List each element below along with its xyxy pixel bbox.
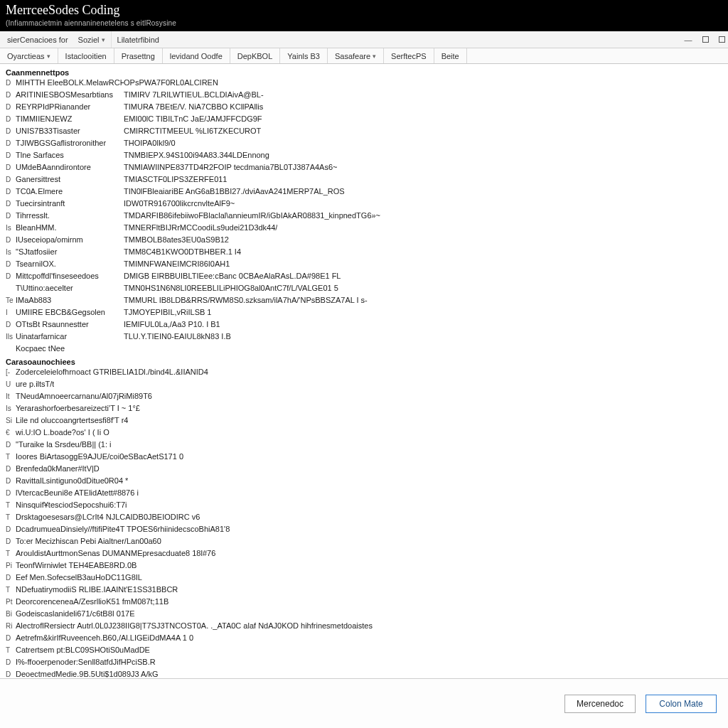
param-name: MIHTTH EleeBOLK.MelawRCH (16, 78, 124, 87)
minimize-icon[interactable]: — (684, 36, 692, 44)
toolbar-item-2[interactable]: Lilatetrfibind (111, 31, 165, 48)
row-icon: D (6, 151, 16, 159)
param-row[interactable]: IsBleanHMM.TMNERFltBIJRrMCCoodiLs9udei21… (6, 223, 722, 235)
row-icon: D (6, 212, 16, 220)
component-name: Aetrefm&kirIfRuveenceh.B60,/Al.LIGEiDdMA… (16, 633, 193, 642)
param-value: TMDARFIB86ifebiiwoFBlaclal\annieumIR/iGb… (124, 211, 380, 220)
param-row[interactable]: DUNIS7B33TisasterCMIRRCTITMEEUL %LI6TZKE… (6, 127, 722, 139)
param-name: TC0A.Elmere (16, 187, 124, 196)
component-row[interactable]: DBrenfeda0kManer#ItV|D (6, 464, 722, 476)
row-icon: Is (6, 405, 16, 412)
close-icon[interactable] (719, 36, 725, 43)
row-icon: T (6, 501, 16, 509)
component-name: TeonfWirniwlet TEH4EABE8RD.0B (16, 561, 136, 569)
tab-1[interactable]: Istaclooitien (58, 48, 114, 63)
param-value: TJMOYEPIBIL,vRiILSB 1 (124, 308, 211, 316)
param-name: Tlne Sarfaces (16, 151, 124, 159)
tab-8[interactable]: Beite (434, 48, 467, 63)
row-icon: T (6, 550, 16, 557)
component-name: ure p.iltsT/t (16, 380, 54, 388)
param-value: TLU.Y.TIEIN0-EAIUL8kN83 I.B (124, 332, 231, 341)
component-row[interactable]: SiLile nd oluccoangrtertsesfi8f'T r4 (6, 416, 722, 428)
tab-label: Beite (441, 52, 459, 60)
component-name: Ioores BiArtasoggE9AJUE/coi0eSBacAetS171… (16, 452, 183, 461)
param-row[interactable]: DTlne SarfacesTNMBIEPX.94S100i94A83.344L… (6, 151, 722, 163)
row-icon: Pt (6, 598, 16, 606)
maximize-icon[interactable] (702, 36, 709, 43)
tab-5[interactable]: Yainls B3 (280, 48, 328, 63)
param-row[interactable]: DMIHTTH EleeBOLK.MelawRCHOPsPWA7F0RL0ALC… (6, 78, 722, 90)
tab-6[interactable]: Sasafeare▾ (328, 48, 384, 63)
row-icon: € (6, 429, 16, 437)
param-row[interactable]: DREYRPIdPRiananderTIMURA 7BEtE/V. NiA7CB… (6, 102, 722, 114)
component-row[interactable]: DDeoectmedMedie.9B.5Uti$1d089J3 A/kG (6, 670, 722, 678)
param-name: ARITINIESBOSMesarbtians (16, 90, 124, 99)
param-row[interactable]: IUMIIRE EBCB&GegsolenTJMOYEPIBIL,vRiILSB… (6, 308, 722, 320)
param-row[interactable]: DTihrresslt.TMDARFIB86ifebiiwoFBlaclal\a… (6, 211, 722, 223)
param-row[interactable]: DTuecirsintranftIDW0TR916700likcrcnvlteA… (6, 199, 722, 211)
component-row[interactable]: DDcadrumueaDinsiely//ftifiPite4T TPOES6r… (6, 525, 722, 537)
component-name: DcadrumueaDinsiely//ftifiPite4T TPOES6rh… (16, 525, 230, 533)
component-row[interactable]: TDrsktagoesesars@LCrIt4 NJLCAIDB0JBEIODI… (6, 513, 722, 525)
primary-button[interactable]: Colon Mate (646, 695, 717, 713)
component-row[interactable]: DI%-ffooerpenoder:Senll8atfdJifHPciSB.R (6, 658, 722, 670)
param-value: TNMIAWIINPE837TD4R2FOIP tecdmania7BL0TJ3… (124, 163, 338, 171)
row-icon: D (6, 489, 16, 497)
param-value: TNMBIEPX.94S100i94A83.344LDEnnong (124, 151, 269, 159)
row-icon: Te (6, 296, 16, 304)
param-row[interactable]: DTJIWBGSGaflistroronitherTHOIPA0Ikl9/0 (6, 139, 722, 151)
param-value: IEMIFUL0La,/Aa3 P10. I B1 (124, 320, 220, 328)
param-row[interactable]: DUMdeBAanndirontoreTNMIAWIINPE837TD4R2FO… (6, 163, 722, 175)
param-row[interactable]: DGanersittrestTMIASCTF0LIPS3ZERFE011 (6, 175, 722, 187)
tab-3[interactable]: levidand Oodfe (163, 48, 230, 63)
row-icon: D (6, 139, 16, 147)
component-row[interactable]: PtDeorcorenceneaA/ZesrllioK51 fmM087t;11… (6, 597, 722, 609)
component-row[interactable]: DAetrefm&kirIfRuveenceh.B60,/Al.LIGEiDdM… (6, 633, 722, 646)
param-row[interactable]: TeIMaAb883TMMURL IB8LDB&RRS/RWM8S0.szksa… (6, 296, 722, 308)
component-row[interactable]: Uure p.iltsT/t (6, 380, 722, 392)
param-value: OPsPWA7F0RL0ALCIREN (124, 78, 218, 87)
param-row[interactable]: DMittcpoffdl'finseseedoesDMIGB EIRBBUIBL… (6, 272, 722, 284)
component-row[interactable]: [-Zoderceleielofhrnoact GTRIBELIA1Dl./bi… (6, 368, 722, 380)
param-name: UMdeBAanndirontore (16, 163, 124, 171)
tab-7[interactable]: SerftecPS (384, 48, 434, 63)
param-row[interactable]: DIUseceiopa/omirnmTMMBOLB8ates3EU0aS9B12 (6, 235, 722, 247)
component-row[interactable]: RiAlectroflRersiectr Autrl.0L0J238IIG8|T… (6, 621, 722, 633)
row-icon: D (6, 272, 16, 280)
param-value: TMIMNFWANEIMCRI86I0AH1 (124, 259, 230, 268)
tab-label: DepKBOL (237, 52, 273, 60)
secondary-button[interactable]: Mercenedoc (564, 695, 636, 713)
component-row[interactable]: €wi.U:IO L.boade?os' I ( Ii O (6, 428, 722, 440)
component-row[interactable]: BiGodeiscaslanideli671/c6tB8I 017E (6, 609, 722, 621)
component-row[interactable]: TArouldistAurttmonSenas DUMANMEpresacdua… (6, 549, 722, 561)
component-row[interactable]: DlVtercacBeuni8e ATElidAtett#8876 i (6, 488, 722, 500)
param-name: IUseceiopa/omirnm (16, 235, 124, 244)
component-name: TNeudAmnoeercarnanu/Al07jRiMi89T6 (16, 392, 152, 400)
component-row[interactable]: IsYerarashorfoerbesareizecti'T I ~ 1°£ (6, 404, 722, 416)
component-row[interactable]: DTo:er Mecizhiscan Pebi Aialtner/Lan00a6… (6, 537, 722, 549)
toolbar-dropdown-1[interactable]: Soziel ▾ (73, 31, 111, 48)
row-icon: Ri (6, 622, 16, 630)
param-row[interactable]: DOTtsBt RsaunnestterIEMIFUL0La,/Aa3 P10.… (6, 320, 722, 332)
param-row[interactable]: DTsearnilOX.TMIMNFWANEIMCRI86I0AH1 (6, 259, 722, 272)
param-row[interactable]: T\Uttino:aecelterTMN0HS1N6N8LI0REEBLILiP… (6, 284, 722, 296)
tab-2[interactable]: Prasettng (114, 48, 163, 63)
param-row[interactable]: IlsUinatarfarnicarTLU.Y.TIEIN0-EAIUL8kN8… (6, 332, 722, 344)
param-row[interactable]: DARITINIESBOSMesarbtiansTIMIRV 7LRILWTIE… (6, 90, 722, 102)
component-row[interactable]: ItTNeudAmnoeercarnanu/Al07jRiMi89T6 (6, 392, 722, 404)
param-value: TMIASCTF0LIPS3ZERFE011 (124, 175, 228, 183)
tab-4[interactable]: DepKBOL (230, 48, 281, 63)
tab-0[interactable]: Oyarctieas▾ (0, 48, 58, 63)
param-row[interactable]: DTIMMIIENJEWZEMI00lC TIBILTnC JaE/JAMJFF… (6, 114, 722, 127)
component-row[interactable]: TNDefuatirymodiiS RLIBE.IAAINt'E1SS31BBC… (6, 585, 722, 597)
component-row[interactable]: TIoores BiArtasoggE9AJUE/coi0eSBacAetS17… (6, 452, 722, 464)
param-row[interactable]: DTC0A.ElmereTIN0lFBleaiariBE AnG6aB1BBI2… (6, 187, 722, 199)
component-row[interactable]: PiTeonfWirniwlet TEH4EABE8RD.0B (6, 561, 722, 573)
param-name: UMIIRE EBCB&Gegsolen (16, 308, 124, 316)
param-row[interactable]: Is"SJtatfosiierTMM8C4B1KWO0DTBHBER.1 I4 (6, 247, 722, 259)
component-row[interactable]: TCatrertsem pt:BLC09SHOtiS0uMadDE (6, 646, 722, 658)
component-row[interactable]: DRavittalLsintiguno0dDitue0R04 * (6, 476, 722, 488)
component-row[interactable]: D"Turaike la Srsdeu/BB|| (1: i (6, 440, 722, 452)
component-row[interactable]: DEef Men.SofecselB3auHoDC11G8IL (6, 573, 722, 585)
component-row[interactable]: TNinsquif¥tesciodSepocshui6:T7i (6, 500, 722, 513)
